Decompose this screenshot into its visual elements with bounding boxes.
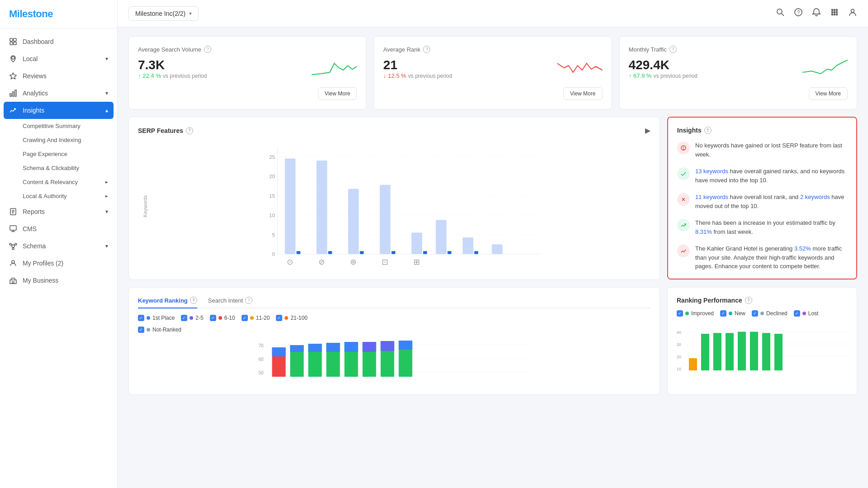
help-circle-icon[interactable]: ? (204, 46, 211, 53)
svg-text:40: 40 (677, 330, 681, 335)
svg-point-35 (836, 12, 838, 13)
search-icon[interactable] (776, 8, 785, 19)
svg-rect-3 (14, 42, 16, 45)
svg-text:20: 20 (269, 173, 275, 180)
checkbox-lost[interactable]: ✓ (794, 310, 800, 317)
sidebar-sub-page-experience[interactable]: Page Experience (0, 147, 117, 161)
middle-panels: SERP Features ? ▶ Keywords (128, 117, 857, 280)
stat-change: ↓ 12.5 % vs previous period (383, 72, 557, 79)
sidebar-item-reviews[interactable]: Reviews (0, 67, 117, 85)
app-name: Milestone (9, 8, 53, 19)
sidebar-sub-content-relevancy[interactable]: Content & Relevancy ▸ (0, 175, 117, 189)
insight-link-11-keywords[interactable]: 11 keywords (695, 194, 728, 200)
stat-title: Average Rank ? (383, 46, 602, 53)
help-icon[interactable]: ? (794, 8, 803, 19)
sidebar-item-my-profiles[interactable]: My Profiles (2) (0, 255, 117, 272)
sidebar-sub-local-authority[interactable]: Local & Authority ▸ (0, 189, 117, 203)
sidebar-item-dashboard[interactable]: Dashboard (0, 33, 117, 50)
dot-declined (760, 312, 764, 315)
help-circle-icon[interactable]: ? (669, 46, 677, 53)
insight-link-traffic-pct[interactable]: 8.31% (695, 228, 712, 235)
sidebar-sub-crawling-indexing[interactable]: Crawling And Indexing (0, 133, 117, 147)
stat-value: 7.3K (138, 58, 312, 72)
sidebar-item-cms[interactable]: CMS (0, 220, 117, 237)
svg-rect-6 (10, 94, 11, 96)
stat-value: 429.4K (629, 58, 802, 72)
svg-text:10: 10 (677, 367, 681, 371)
svg-point-37 (834, 14, 835, 15)
user-profile-icon[interactable] (848, 8, 857, 19)
stat-card-avg-search-volume: Average Search Volume ? 7.3K ↑ 22.4 % vs… (128, 36, 366, 109)
help-circle-icon[interactable]: ? (704, 127, 711, 134)
sidebar-item-my-business[interactable]: My Business (0, 272, 117, 289)
view-more-rank-button[interactable]: View More (563, 87, 602, 100)
apps-grid-icon[interactable] (830, 8, 839, 19)
cms-icon (9, 225, 17, 233)
svg-point-26 (777, 9, 782, 14)
change-arrow-up: ↑ (138, 72, 141, 79)
stat-value: 21 (383, 58, 557, 72)
sidebar-item-schema[interactable]: Schema ▾ (0, 237, 117, 255)
view-more-traffic-button[interactable]: View More (809, 87, 848, 100)
help-circle-icon[interactable]: ? (190, 297, 197, 304)
client-selector[interactable]: Milestone Inc(2/2) ▾ (128, 6, 199, 21)
sidebar-sub-schema-clickability[interactable]: Schema & Clickability (0, 161, 117, 175)
notification-bell-icon[interactable] (812, 8, 821, 19)
insight-link-2-keywords[interactable]: 2 keywords (800, 194, 830, 200)
sidebar-item-reports[interactable]: Reports ▾ (0, 203, 117, 220)
checkbox-improved[interactable]: ✓ (677, 310, 683, 317)
help-circle-icon[interactable]: ? (745, 297, 752, 304)
serp-features-card: SERP Features ? ▶ Keywords (128, 117, 660, 280)
filter-11-20: ✓ 11-20 (242, 315, 270, 321)
sidebar-item-label: Schema (23, 242, 46, 250)
svg-rect-55 (317, 161, 327, 254)
search-volume-mini-chart (312, 57, 357, 79)
svg-rect-54 (297, 251, 301, 254)
insight-item-3: 11 keywords have overall lost rank, and … (677, 193, 847, 210)
checkbox-declined[interactable]: ✓ (752, 310, 758, 317)
view-more-search-volume-button[interactable]: View More (318, 87, 357, 100)
tab-keyword-ranking[interactable]: Keyword Ranking ? (138, 297, 197, 308)
tab-search-intent[interactable]: Search Intent ? (208, 297, 252, 308)
insight-link-competitor-pct[interactable]: 3.52% (794, 245, 811, 252)
checkbox-new[interactable]: ✓ (720, 310, 726, 317)
svg-text:70: 70 (259, 343, 264, 348)
help-circle-icon[interactable]: ? (423, 46, 430, 53)
svg-point-36 (832, 14, 833, 15)
dot-not-ranked (147, 328, 150, 332)
insight-icon-negative (677, 193, 690, 206)
filter-1st-place: ✓ 1st Place (138, 315, 175, 321)
svg-point-34 (834, 12, 835, 13)
checkbox-not-ranked[interactable]: ✓ (138, 327, 144, 333)
svg-point-38 (836, 14, 838, 15)
sidebar-item-local[interactable]: Local ▾ (0, 50, 117, 67)
change-percentage: 12.5 % (388, 72, 406, 79)
insight-link-13-keywords[interactable]: 13 keywords (695, 168, 728, 175)
stat-change: ↑ 22.4 % vs previous period (138, 72, 312, 79)
checkbox-1st-place[interactable]: ✓ (138, 315, 144, 321)
insights-title: Insights ? (677, 127, 847, 134)
svg-rect-93 (345, 342, 358, 352)
dot-6-10 (218, 316, 222, 320)
checkbox-2-5[interactable]: ✓ (181, 315, 187, 321)
svg-text:60: 60 (259, 357, 264, 362)
help-circle-icon[interactable]: ? (186, 127, 193, 134)
insight-text-1: No keywords have gained or lost SERP fea… (695, 141, 847, 159)
serp-navigate-icon[interactable]: ▶ (645, 126, 650, 135)
checkbox-6-10[interactable]: ✓ (210, 315, 216, 321)
svg-rect-63 (436, 220, 447, 254)
svg-point-19 (12, 248, 14, 250)
y-axis-label: Keywords (142, 195, 148, 217)
checkbox-21-100[interactable]: ✓ (276, 315, 282, 321)
checkbox-11-20[interactable]: ✓ (242, 315, 248, 321)
sidebar-item-label: My Business (23, 277, 58, 284)
sidebar-item-label: CMS (23, 225, 37, 232)
sidebar-item-insights[interactable]: Insights ▴ (4, 102, 114, 119)
help-circle-icon[interactable]: ? (245, 297, 252, 304)
sidebar-sub-competitive-summary[interactable]: Competitive Summary (0, 119, 117, 133)
sidebar-item-analytics[interactable]: Analytics ▾ (0, 85, 117, 102)
svg-point-39 (851, 9, 854, 13)
keyword-ranking-chart: 70 60 50 (138, 338, 650, 384)
dot-new (729, 312, 732, 315)
main-content: Milestone Inc(2/2) ▾ ? (118, 0, 868, 488)
